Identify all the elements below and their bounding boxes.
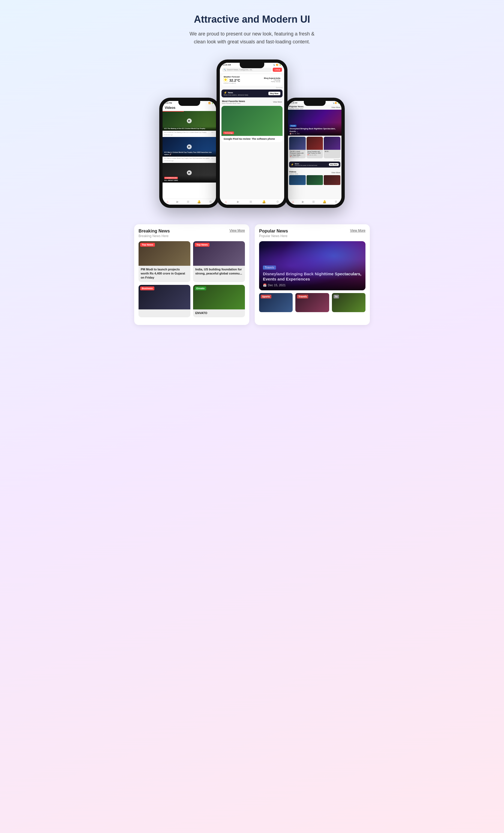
buy-button-center[interactable]: Buy Now [268,92,280,95]
buy-button-right[interactable]: Buy Now [329,163,339,166]
videos-view-more[interactable]: View More [331,172,340,173]
nav-grid-left[interactable]: ⊞ [187,200,189,204]
videos-row [289,175,340,185]
bottom-nav-left: ▶ ⊞ 🔔 ⚙ [163,199,216,205]
news-card-body-center: Google Pixel 6a review: The software pho… [221,136,283,142]
popular-view-more[interactable]: View More [350,229,365,233]
phone-notch-left [178,101,200,106]
weather-location: Bhuj,Gujarat,India [264,77,280,79]
phone-screen-right: 11:20 AM 📡 📶 🔋 Popular News Popular News… [288,101,341,205]
banner-news-name: News [228,92,233,94]
small-badge-3: To [334,295,339,299]
status-icons-left: 📶 🔋 [208,102,214,104]
video-mini-1 [289,175,306,185]
header-section: Attractive and Modern UI We are proud to… [126,0,378,54]
news-mini-img-3 [324,137,340,150]
phones-section: 3:24 PM 📶 🔋 Videos ▶ ICC The Making of t… [126,54,378,219]
nav-play-center[interactable]: ▶ [237,200,239,204]
live-label: LIVE [274,69,278,71]
breaking-card-img-4: Envato [193,285,245,309]
small-badge-1: Sports [261,295,271,299]
small-card-img-3: To [332,293,365,312]
view-more-right[interactable]: View More [331,106,340,108]
nav-bell-right[interactable]: 🔔 [322,200,327,204]
news-mini-date-2: 📅 Dec 15, 2021 [307,154,322,156]
live-badge[interactable]: LIVE ▶ [273,68,282,72]
section-subtitle-right: Popular News Here [289,108,304,110]
view-more-center[interactable]: View More [273,101,282,103]
play-button-3[interactable]: ▶ [187,170,192,175]
weather-right: Bhuj,Gujarat,India Thursday Partly cloud… [264,77,280,82]
video-meta-2: ICC Men's Cricket World Cup Trophy Tour … [163,157,216,160]
search-input-box[interactable]: 🔍 Search News, Categories, etc. [222,68,272,72]
nav-play-left[interactable]: ▶ [176,200,178,204]
breaking-grid: Top News PM Modi to launch projects wort… [139,241,245,317]
popular-main-img: Travels Disneyland Bringing Back Nightti… [259,241,365,290]
popular-screen: 11:20 AM 📡 📶 🔋 Popular News Popular News… [288,101,341,205]
news-row-right: The NFL is back! Preseason begins with L… [288,136,341,159]
news-mini-3: SB 20... [324,137,340,159]
play-button-2[interactable]: ▶ [187,144,192,149]
nav-bell-left[interactable]: 🔔 [197,200,201,204]
popular-banner-overlay: Travels Disneyland Bringing Back Nightti… [288,122,341,135]
section-title-wrapper: Most Favorite News Most Favorite News He… [222,100,245,104]
popular-title-group: Popular News Popular News Here [259,229,288,238]
play-button-1[interactable]: ▶ [187,118,192,123]
video-mini-2 [307,175,323,185]
video-overlay-3: #CHANDRAYAAN3 ALL ABOUT ISRO [163,175,216,183]
weather-details: H:32.6°C L:26.6°C [224,82,240,84]
weather-sun-icon [224,78,227,81]
nav-gear-right[interactable]: ⚙ [335,200,337,204]
sponsored-label-right: Sponsored [288,158,341,161]
phone-notch-right [304,101,326,106]
news-mini-title-1: The NFL is back! Preseason begins with L… [290,151,305,156]
news-mini-date-1: 📅 Aug 05, 2022 [290,156,305,158]
weather-card: Weather Forecast 32.2°C H:32.6°C L:26.6°… [221,74,283,86]
nav-home-left[interactable] [167,200,169,203]
nav-gear-left[interactable]: ⚙ [209,200,212,204]
popular-panel-title: Popular News [259,229,288,234]
videos-subtitle: Videos Here [289,173,298,175]
weather-condition: Partly cloudy [264,81,280,82]
popular-banner: Travels Disneyland Bringing Back Nightti… [288,110,341,136]
progress-bar [163,111,184,112]
phone-screen-left: 3:24 PM 📶 🔋 Videos ▶ ICC The Making of t… [163,101,216,205]
status-icons-center: 📡 📶 🔋 [273,64,282,66]
video-overlay-1: ICC The Making of the ICC Cricket World … [163,126,216,131]
nav-home-right[interactable]: ⌂ [292,200,294,203]
popular-main-date: 📅 Dec 15, 2021 [263,284,362,287]
breaking-card-4: Envato ENVATO [193,285,245,317]
news-mini-body-2: Young Travelers and Their Trends For 202… [307,150,323,157]
popular-date: 📅 Dec 15, 2021 [290,133,340,135]
section-title-wrapper-right: Popular News Popular News Here [289,105,304,110]
popular-panel-subtitle: Popular News Here [259,234,288,238]
news-card-title-center: Google Pixel 6a review: The software pho… [224,138,280,141]
nav-play-right[interactable]: ▶ [302,200,304,204]
section-title-center: Most Favorite News [222,100,245,102]
breaking-view-more[interactable]: View More [230,229,245,233]
breaking-card-text-4: ENVATO [193,309,245,317]
status-time-right: 11:20 AM [290,102,297,104]
sponsored-label-center: Sponsored [220,87,284,88]
news-mini-title-3: SB 20... [325,151,339,152]
status-icons-right: 📡 📶 🔋 [333,102,339,104]
right-banner-text: News Discover the power of informed news [295,163,317,166]
popular-news-panel: Popular News Popular News Here View More… [255,224,370,325]
nav-grid-right[interactable]: ⊞ [312,200,315,204]
section-header-center: Most Favorite News Most Favorite News He… [220,98,284,105]
banner-tagline: News that matters, delivered daily. [224,94,248,96]
banner-logo: ⚡ News [224,91,248,94]
nav-grid-center[interactable]: ⊞ [249,200,252,204]
breaking-panel-header: Breaking News Breaking News Here View Mo… [139,229,245,238]
breaking-card-text-2: India, US building foundation for strong… [193,266,245,278]
right-banner-logo: ⚡ News Discover the power of informed ne… [291,163,317,166]
breaking-card-img-2: Top News [193,241,245,266]
nav-gear-center[interactable]: ⚙ [276,200,279,204]
breaking-badge-1: Top News [140,243,155,247]
phone-screen-center: 11:20 AM 📡 📶 🔋 🔍 Search News, Categories… [220,63,284,205]
popular-cat-badge: Travels [290,125,296,127]
nav-bell-center[interactable]: 🔔 [262,200,266,204]
section-title-right: Popular News [289,105,304,108]
video-overlay-2: ICC Men's Cricket World Cup Trophy Tour … [163,150,216,157]
nav-home-center[interactable]: ⌂ [225,200,227,203]
